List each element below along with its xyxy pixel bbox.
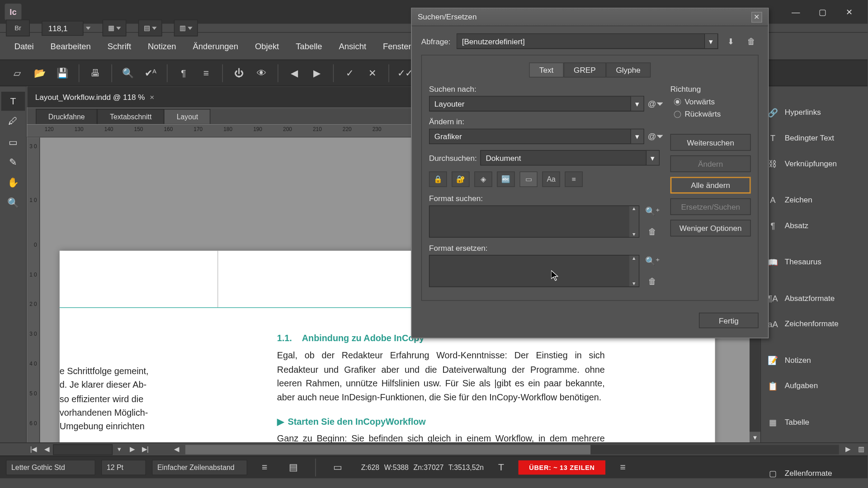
- position-tool-icon[interactable]: ▭: [1, 132, 25, 151]
- panel-notes[interactable]: 📝Notizen: [761, 347, 868, 373]
- menu-datei[interactable]: Datei: [6, 37, 42, 56]
- save-icon[interactable]: 💾: [51, 61, 74, 84]
- tab-grep[interactable]: GREP: [564, 62, 606, 77]
- chevron-down-icon[interactable]: ▾: [646, 150, 659, 165]
- new-icon[interactable]: ▱: [6, 61, 28, 84]
- clear-find-format-icon[interactable]: 🗑: [645, 226, 660, 238]
- prev-icon[interactable]: ◀: [283, 61, 306, 84]
- dialog-close-icon[interactable]: ✕: [751, 12, 762, 23]
- chevron-down-icon[interactable]: ▾: [704, 34, 717, 48]
- change-button[interactable]: Ändern: [670, 155, 751, 172]
- find-input[interactable]: Layouter ▾: [429, 96, 644, 111]
- hscroll-left-icon[interactable]: ◀: [170, 443, 183, 455]
- specify-replace-format-icon[interactable]: 🔍⁺: [645, 255, 660, 267]
- zoom-dropdown-arrow[interactable]: [86, 27, 91, 30]
- next-icon[interactable]: ▶: [306, 61, 328, 84]
- align-2-icon[interactable]: ▤: [282, 456, 304, 479]
- scroll-down-icon[interactable]: ▼: [750, 432, 760, 443]
- save-query-icon[interactable]: ⬇: [724, 34, 738, 48]
- specify-find-format-icon[interactable]: 🔍⁺: [645, 206, 660, 217]
- menu-ansicht[interactable]: Ansicht: [330, 37, 374, 56]
- tab-glyphe[interactable]: Glyphe: [606, 62, 651, 77]
- panel-table[interactable]: ▦Tabelle: [761, 409, 868, 435]
- include-locked-stories-icon[interactable]: 🔐: [452, 172, 470, 187]
- whole-word-icon[interactable]: ≡: [565, 172, 583, 187]
- include-hidden-layers-icon[interactable]: ◈: [474, 172, 492, 187]
- hand-tool-icon[interactable]: ✋: [1, 173, 25, 192]
- panel-thesaurus[interactable]: 📖Thesaurus: [761, 249, 868, 275]
- mode-tab-layout[interactable]: Layout: [164, 109, 211, 124]
- chevron-down-icon[interactable]: ▾: [630, 129, 643, 144]
- last-page-icon[interactable]: ▶|: [139, 443, 152, 455]
- change-find-button[interactable]: Ersetzen/Suchen: [670, 198, 751, 215]
- direction-backward-radio[interactable]: Rückwärts: [670, 110, 751, 119]
- prev-page-icon[interactable]: ◀: [40, 443, 53, 455]
- special-char-replace-icon[interactable]: @⏷: [648, 131, 660, 141]
- menu-schrift[interactable]: Schrift: [99, 37, 139, 56]
- mode-tab-textabschnitt[interactable]: Textabschnitt: [97, 109, 164, 124]
- font-size-field[interactable]: 12 Pt: [101, 460, 146, 475]
- first-page-icon[interactable]: |◀: [27, 443, 40, 455]
- bridge-button[interactable]: Br: [6, 19, 30, 36]
- include-master-pages-icon[interactable]: 🔤: [497, 172, 515, 187]
- leading-field[interactable]: Einfacher Zeilenabstand: [152, 460, 247, 475]
- menu-aenderungen[interactable]: Änderungen: [184, 37, 246, 56]
- direction-forward-radio[interactable]: Vorwärts: [670, 97, 751, 106]
- chevron-down-icon[interactable]: ▾: [630, 97, 643, 111]
- close-window-button[interactable]: ✕: [836, 3, 863, 21]
- lines-icon[interactable]: ≡: [195, 61, 217, 84]
- format-find-box[interactable]: ▲▼: [429, 206, 639, 238]
- panel-hyperlinks[interactable]: 🔗Hyperlinks: [761, 99, 868, 125]
- format-replace-box[interactable]: ▲▼: [429, 255, 639, 287]
- fewer-options-button[interactable]: Weniger Optionen: [670, 220, 751, 236]
- panel-character-styles[interactable]: aAZeichenformate: [761, 311, 868, 337]
- search-icon[interactable]: 🔍: [117, 61, 139, 84]
- close-tab-icon[interactable]: ×: [150, 93, 154, 102]
- hscroll-right-icon[interactable]: ▶: [841, 443, 854, 455]
- note-tool-icon[interactable]: 🖊: [1, 112, 25, 131]
- clear-replace-format-icon[interactable]: 🗑: [645, 275, 660, 287]
- zoom-tool-icon[interactable]: 🔍: [1, 193, 25, 212]
- minimize-button[interactable]: —: [783, 3, 809, 21]
- stats-icon[interactable]: ▭: [326, 456, 349, 479]
- menu-tabelle[interactable]: Tabelle: [288, 37, 330, 56]
- replace-input[interactable]: Grafiker ▾: [429, 129, 644, 144]
- font-family-field[interactable]: Letter Gothic Std: [6, 460, 95, 475]
- menu-objekt[interactable]: Objekt: [246, 37, 287, 56]
- special-char-find-icon[interactable]: @⏷: [648, 99, 660, 108]
- type-tool-icon[interactable]: T: [1, 92, 25, 111]
- done-button[interactable]: Fertig: [699, 313, 759, 328]
- scope-combo[interactable]: Dokument ▾: [481, 150, 660, 165]
- view-mode-3[interactable]: ▥: [174, 19, 198, 36]
- reject-icon[interactable]: ✕: [361, 61, 384, 84]
- pilcrow-icon[interactable]: ¶: [172, 61, 195, 84]
- tab-text[interactable]: Text: [529, 62, 563, 77]
- query-combo[interactable]: [Benutzerdefiniert] ▾: [457, 33, 718, 49]
- page-dropdown-icon[interactable]: ▾: [113, 443, 126, 455]
- open-icon[interactable]: 📂: [28, 61, 51, 84]
- menu-bearbeiten[interactable]: Bearbeiten: [42, 37, 99, 56]
- view-split-icon[interactable]: ▥: [854, 443, 868, 455]
- align-1-icon[interactable]: ≡: [253, 456, 276, 479]
- include-footnotes-icon[interactable]: ▭: [519, 172, 538, 187]
- eye-icon[interactable]: 👁: [250, 61, 273, 84]
- panel-character[interactable]: AZeichen: [761, 187, 868, 213]
- spellcheck-icon[interactable]: ✔ᴬ: [139, 61, 162, 84]
- panel-links[interactable]: ⛓Verknüpfungen: [761, 150, 868, 176]
- zoom-level[interactable]: 118,1: [42, 20, 83, 35]
- case-sensitive-icon[interactable]: Aa: [542, 172, 560, 187]
- menu-icon[interactable]: ≡: [612, 456, 634, 479]
- power-icon[interactable]: ⏻: [227, 61, 250, 84]
- panel-conditional-text[interactable]: TBedingter Text: [761, 125, 868, 151]
- panel-paragraph-styles[interactable]: ¶AAbsatzformate: [761, 285, 868, 311]
- menu-notizen[interactable]: Notizen: [140, 37, 184, 56]
- panel-cell-styles[interactable]: ▢Zellenformate: [761, 460, 868, 486]
- include-locked-layers-icon[interactable]: 🔒: [429, 172, 447, 187]
- delete-query-icon[interactable]: 🗑: [744, 34, 759, 48]
- eyedropper-tool-icon[interactable]: ✎: [1, 152, 25, 171]
- change-all-button[interactable]: Alle ändern: [670, 177, 751, 193]
- page-number-field[interactable]: [53, 444, 113, 455]
- mode-tab-druckfahne[interactable]: Druckfahne: [36, 109, 97, 124]
- accept-icon[interactable]: ✓: [339, 61, 361, 84]
- view-mode-2[interactable]: ▤: [138, 19, 162, 36]
